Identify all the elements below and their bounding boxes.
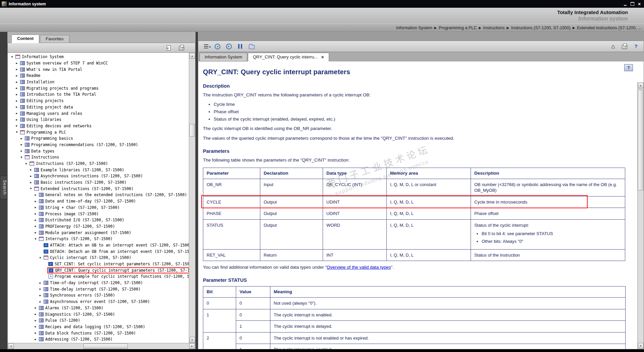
tree-item[interactable]: Information System	[8, 54, 189, 60]
chevron-right-icon[interactable]	[38, 294, 43, 297]
tree-item-body[interactable]: Asynchronous instructions (S7-1200, S7-1…	[33, 174, 144, 178]
tree-item[interactable]: System overview of STEP 7 and WinCC	[8, 60, 189, 67]
tree-item-body[interactable]: Instructions (S7-1200, S7-1500)	[29, 161, 109, 166]
tree-item-body[interactable]: Asynchronous error event (S7-1200, S7-15…	[43, 299, 151, 304]
tree-item-body[interactable]: Time-delay interrupt (S7-1200, S7-1500)	[43, 287, 142, 292]
tree-item[interactable]: Basic instructions (S7-1200, S7-1500)	[8, 179, 189, 186]
tab-information-system[interactable]: Information System	[200, 53, 247, 61]
tree-item[interactable]: Diagnostics (S7-1200, S7-1500)	[8, 311, 189, 317]
tree-item-body[interactable]: Distributed I/O (S7-1200, S7-1500)	[38, 218, 125, 222]
chevron-right-icon[interactable]	[29, 181, 33, 184]
chevron-right-icon[interactable]	[33, 319, 38, 322]
tree-item[interactable]: Instructions (S7-1200, S7-1500)	[8, 161, 189, 167]
tree-item[interactable]: Module parameter assignment (S7-1500)	[8, 229, 189, 236]
chevron-right-icon[interactable]	[19, 137, 24, 140]
tree-item-body[interactable]: Module parameter assignment (S7-1500)	[38, 230, 132, 235]
tree-item[interactable]: Asynchronous error event (S7-1200, S7-15…	[8, 299, 189, 305]
tree-horizontal-scrollbar[interactable]	[7, 343, 196, 349]
tree-item-body[interactable]: Editing projects	[19, 98, 65, 103]
tree-item[interactable]: String + Char (S7-1200, S7-1500)	[8, 205, 189, 211]
chevron-right-icon[interactable]	[33, 231, 38, 234]
tree-item[interactable]: Data block functions (S7-1200, S7-1500)	[8, 330, 189, 336]
tree-item[interactable]: Programming a PLC	[8, 129, 189, 135]
scroll-thumb-horizontal[interactable]	[84, 344, 128, 349]
chevron-right-icon[interactable]	[33, 313, 38, 316]
search-side-tab[interactable]: Search	[0, 176, 7, 199]
print-icon[interactable]	[178, 44, 185, 51]
tree-item-body[interactable]: Data types	[24, 149, 55, 153]
chevron-down-icon[interactable]	[19, 156, 24, 159]
chevron-right-icon[interactable]	[14, 99, 19, 102]
tree-item-body[interactable]: What's new in TIA Portal	[19, 67, 83, 72]
tree-item[interactable]: Introduction to the TIA Portal	[8, 91, 189, 98]
tree-item[interactable]: DETACH: Detach an OB from an interrupt e…	[8, 248, 189, 255]
tree-item[interactable]: PROFIenergy (S7-1200, S7-1500)	[8, 223, 189, 230]
tree-item-body[interactable]: QRY_CINT: Query cyclic interrupt paramet…	[47, 267, 189, 273]
scroll-left-icon[interactable]	[8, 343, 14, 349]
valid-data-types-link[interactable]: Overview of the valid data types	[327, 265, 391, 270]
tree-item-body[interactable]: Programming recommendations (S7-1200, S7…	[24, 142, 139, 147]
tree-item-body[interactable]: Interrupts (S7-1200, S7-1500)	[38, 236, 114, 241]
tree-item-body[interactable]: Extended instructions (S7-1200, S7-1500)	[33, 186, 135, 191]
tree-item[interactable]: Readme	[8, 73, 189, 79]
tree-item-body[interactable]: Programming basics	[24, 136, 74, 141]
tree-item[interactable]: Example libraries (S7-1200, S7-1500)	[8, 167, 189, 173]
tree-item[interactable]: QRY_CINT: Query cyclic interrupt paramet…	[8, 267, 189, 273]
tree-item[interactable]: Interrupts (S7-1200, S7-1500)	[8, 236, 189, 242]
tree-item-body[interactable]: Recipes and data logging (S7-1200, S7-15…	[38, 324, 146, 329]
tree-item-body[interactable]: Information System	[14, 54, 65, 59]
scroll-thumb[interactable]	[190, 124, 195, 137]
tree-item-body[interactable]: Instructions	[24, 155, 60, 160]
tree-item[interactable]: Pulse (S7-1200)	[8, 317, 189, 324]
tree-item-body[interactable]: Process image (S7-1500)	[38, 212, 100, 216]
tree-item[interactable]: Time-of-day interrupt (S7-1200, S7-1500)	[8, 280, 189, 286]
tree-item[interactable]: Programming basics	[8, 135, 189, 142]
tree-item-body[interactable]: Readme	[19, 73, 42, 78]
chevron-down-icon[interactable]	[14, 131, 19, 134]
chevron-right-icon[interactable]	[14, 81, 19, 84]
tree-item-body[interactable]: Program example for cyclic interrupt fun…	[47, 274, 189, 279]
open-folder-icon[interactable]	[248, 43, 255, 50]
tree-item[interactable]: Editing devices and networks	[8, 123, 189, 129]
tree-item[interactable]: Asynchronous instructions (S7-1200, S7-1…	[8, 173, 189, 179]
tree-item[interactable]: Managing users and roles	[8, 110, 189, 117]
tab-qry-cint[interactable]: QRY_CINT: Query cyclic interru...	[248, 53, 329, 61]
tree-item-body[interactable]: Example libraries (S7-1200, S7-1500)	[33, 168, 125, 172]
tree-item[interactable]: Synchronous errors (S7-1500)	[8, 292, 189, 299]
tree-item-body[interactable]: Using libraries	[19, 117, 62, 122]
tree-item[interactable]: Process image (S7-1500)	[8, 211, 189, 217]
tree-item[interactable]: Cyclic interrupt (S7-1200, S7-1500)	[8, 255, 189, 261]
tree-item[interactable]: Extended instructions (S7-1200, S7-1500)	[8, 185, 189, 192]
chevron-right-icon[interactable]	[19, 149, 24, 152]
tree-item[interactable]: Instructions	[8, 154, 189, 161]
chevron-right-icon[interactable]	[33, 212, 38, 215]
pause-icon[interactable]	[236, 43, 244, 50]
tree-item[interactable]: SET_CINT: Set cyclic interrupt parameter…	[8, 261, 189, 267]
chevron-right-icon[interactable]	[29, 175, 33, 178]
chevron-down-icon[interactable]	[10, 55, 14, 58]
scroll-down-icon[interactable]	[190, 337, 195, 343]
scroll-down-icon[interactable]	[638, 343, 644, 349]
tree-item-body[interactable]: Diagnostics (S7-1200, S7-1500)	[38, 312, 116, 317]
help-icon[interactable]	[632, 43, 640, 50]
close-button[interactable]	[636, 1, 642, 7]
chevron-right-icon[interactable]	[14, 124, 19, 127]
tree-item[interactable]: Distributed I/O (S7-1200, S7-1500)	[8, 217, 189, 223]
tree-item-body[interactable]: Date and time-of-day (S7-1200, S7-1500)	[38, 199, 137, 204]
tree-item[interactable]: Addressing (S7-1200, S7-1500)	[8, 336, 189, 343]
maximize-button[interactable]	[629, 1, 635, 7]
tree-item-body[interactable]: Introduction to the TIA Portal	[19, 92, 97, 97]
chevron-right-icon[interactable]	[33, 306, 38, 309]
chevron-right-icon[interactable]	[33, 193, 38, 196]
chevron-down-icon[interactable]	[29, 187, 33, 190]
tree-item-body[interactable]: PROFIenergy (S7-1200, S7-1500)	[38, 224, 116, 229]
chevron-down-icon[interactable]	[38, 256, 43, 259]
tree-item-body[interactable]: String + Char (S7-1200, S7-1500)	[38, 205, 121, 210]
content-vertical-scrollbar[interactable]	[637, 82, 644, 349]
tree-item-body[interactable]: Cyclic interrupt (S7-1200, S7-1500)	[43, 255, 132, 260]
tree-item[interactable]: Alarms (S7-1200, S7-1500)	[8, 305, 189, 311]
scroll-right-icon[interactable]	[189, 343, 195, 349]
tree-item[interactable]: General notes on the extended instructio…	[8, 192, 189, 198]
tab-favorites[interactable]: Favorites	[40, 35, 69, 43]
tree-item[interactable]: Editing project data	[8, 104, 189, 111]
